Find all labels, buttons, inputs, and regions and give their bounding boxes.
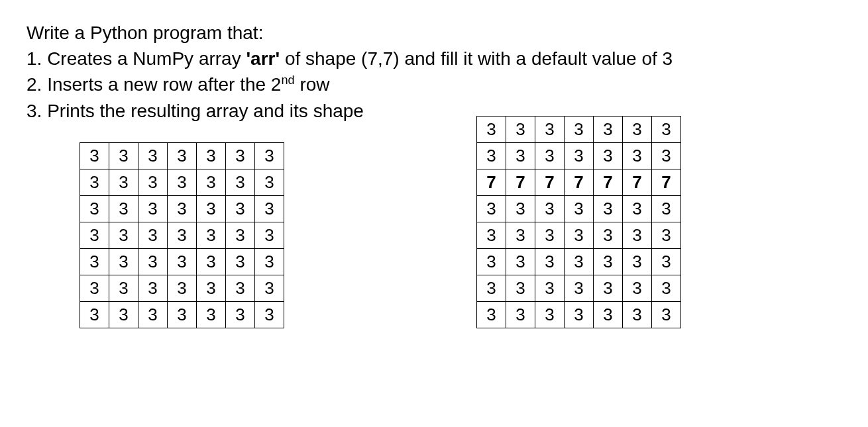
cell: 3 [168,195,197,222]
cell: 3 [226,248,255,275]
cell: 3 [80,195,109,222]
cell: 3 [594,142,623,169]
cell: 3 [255,195,284,222]
cell: 3 [226,195,255,222]
cell: 3 [168,248,197,275]
cell: 3 [197,169,226,195]
cell: 3 [652,301,681,328]
cell: 3 [226,275,255,301]
problem-statement: Write a Python program that: 1. Creates … [27,20,841,124]
cell: 3 [477,301,506,328]
cell: 3 [80,222,109,248]
cell: 3 [565,222,594,248]
table-row: 3333333 [80,195,284,222]
cell: 3 [109,248,138,275]
left-array-table: 3333333333333333333333333333333333333333… [80,142,284,328]
cell: 3 [197,195,226,222]
table-row: 3333333 [477,275,681,301]
cell: 3 [506,142,535,169]
cell: 7 [652,169,681,195]
cell: 3 [197,248,226,275]
cell: 3 [565,248,594,275]
line-3: 3. Prints the resulting array and its sh… [27,98,841,124]
cell: 3 [138,301,168,328]
cell: 3 [623,275,652,301]
cell: 3 [168,301,197,328]
cell: 3 [168,142,197,169]
cell: 3 [477,248,506,275]
cell: 3 [565,142,594,169]
cell: 3 [535,195,565,222]
cell: 3 [109,169,138,195]
cell: 3 [623,222,652,248]
cell: 7 [506,169,535,195]
cell: 3 [197,142,226,169]
table-row: 3333333 [80,169,284,195]
cell: 3 [109,222,138,248]
cell: 3 [109,301,138,328]
cell: 3 [535,248,565,275]
cell: 3 [197,301,226,328]
cell: 3 [506,222,535,248]
cell: 3 [565,275,594,301]
line-1: 1. Creates a NumPy array 'arr' of shape … [27,46,841,71]
cell: 7 [477,169,506,195]
cell: 3 [168,222,197,248]
cell: 3 [80,248,109,275]
table-row: 3333333 [80,142,284,169]
cell: 3 [652,142,681,169]
cell: 3 [652,275,681,301]
cell: 3 [255,275,284,301]
cell: 3 [226,301,255,328]
cell: 3 [594,222,623,248]
cell: 3 [565,195,594,222]
cell: 3 [623,301,652,328]
cell: 3 [594,116,623,142]
cell: 3 [477,275,506,301]
cell: 3 [138,142,168,169]
cell: 3 [506,195,535,222]
cell: 3 [594,275,623,301]
cell: 3 [594,301,623,328]
table-row: 3333333 [80,248,284,275]
table-row: 3333333 [477,195,681,222]
cell: 7 [623,169,652,195]
cell: 3 [109,195,138,222]
cell: 3 [80,142,109,169]
cell: 3 [80,275,109,301]
cell: 3 [623,195,652,222]
cell: 3 [652,116,681,142]
cell: 3 [623,142,652,169]
cell: 3 [652,248,681,275]
cell: 3 [226,169,255,195]
cell: 3 [652,222,681,248]
cell: 3 [197,275,226,301]
cell: 3 [197,222,226,248]
table-row: 3333333 [80,301,284,328]
cell: 3 [594,195,623,222]
cell: 3 [565,116,594,142]
cell: 3 [477,195,506,222]
cell: 3 [255,142,284,169]
cell: 3 [138,275,168,301]
cell: 3 [80,169,109,195]
cell: 3 [477,116,506,142]
cell: 3 [623,116,652,142]
cell: 3 [226,222,255,248]
cell: 3 [255,301,284,328]
cell: 3 [623,248,652,275]
cell: 3 [138,222,168,248]
cell: 3 [226,142,255,169]
cell: 3 [535,301,565,328]
right-array-table: 3333333333333377777773333333333333333333… [476,116,681,328]
cell: 3 [109,275,138,301]
cell: 3 [506,301,535,328]
cell: 3 [535,222,565,248]
cell: 3 [565,301,594,328]
line-0: Write a Python program that: [27,20,841,46]
cell: 3 [477,142,506,169]
cell: 3 [80,301,109,328]
table-row: 3333333 [477,116,681,142]
tables-container: 3333333333333333333333333333333333333333… [27,142,841,328]
table-row: 3333333 [477,142,681,169]
